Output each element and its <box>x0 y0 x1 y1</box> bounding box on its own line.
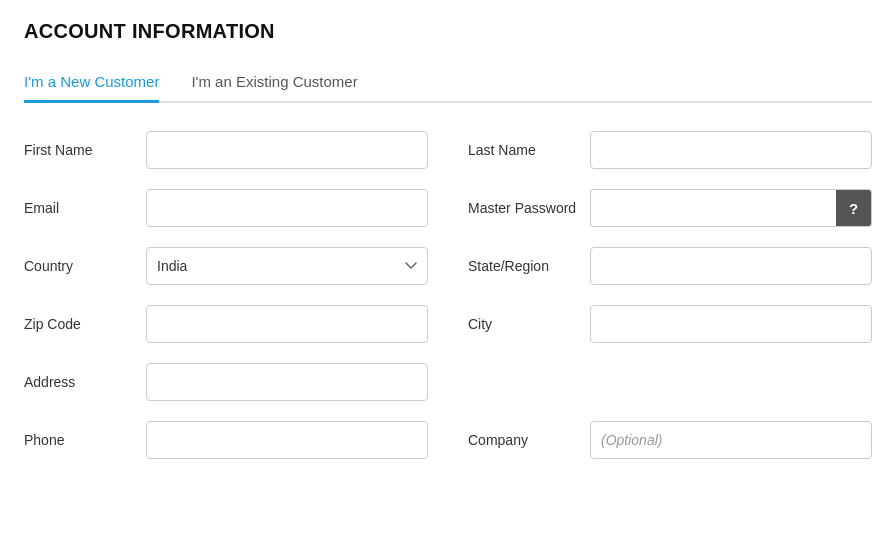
city-label: City <box>468 316 578 332</box>
first-name-row: First Name <box>24 131 428 169</box>
first-name-input[interactable] <box>146 131 428 169</box>
help-icon: ? <box>849 200 858 217</box>
city-row: City <box>468 305 872 343</box>
email-label: Email <box>24 200 134 216</box>
phone-row: Phone <box>24 421 428 459</box>
zip-code-label: Zip Code <box>24 316 134 332</box>
city-input[interactable] <box>590 305 872 343</box>
zip-code-row: Zip Code <box>24 305 428 343</box>
company-input[interactable] <box>590 421 872 459</box>
country-label: Country <box>24 258 134 274</box>
state-region-input[interactable] <box>590 247 872 285</box>
master-password-field-group: ? <box>590 189 872 227</box>
first-name-label: First Name <box>24 142 134 158</box>
country-select[interactable]: India United States United Kingdom Canad… <box>146 247 428 285</box>
address-row-empty <box>468 363 872 401</box>
address-row: Address <box>24 363 428 401</box>
phone-input[interactable] <box>146 421 428 459</box>
email-input[interactable] <box>146 189 428 227</box>
master-password-input[interactable] <box>590 189 836 227</box>
last-name-label: Last Name <box>468 142 578 158</box>
phone-label: Phone <box>24 432 134 448</box>
master-password-label: Master Password <box>468 200 578 216</box>
last-name-input[interactable] <box>590 131 872 169</box>
address-input[interactable] <box>146 363 428 401</box>
account-form: First Name Last Name Email Master Passwo… <box>24 131 872 459</box>
page-title: ACCOUNT INFORMATION <box>24 20 872 43</box>
zip-code-input[interactable] <box>146 305 428 343</box>
address-label: Address <box>24 374 134 390</box>
last-name-row: Last Name <box>468 131 872 169</box>
tab-new-customer[interactable]: I'm a New Customer <box>24 63 159 103</box>
state-region-row: State/Region <box>468 247 872 285</box>
email-row: Email <box>24 189 428 227</box>
state-region-label: State/Region <box>468 258 578 274</box>
tabs-container: I'm a New Customer I'm an Existing Custo… <box>24 63 872 103</box>
master-password-help-button[interactable]: ? <box>836 189 872 227</box>
company-label: Company <box>468 432 578 448</box>
master-password-row: Master Password ? <box>468 189 872 227</box>
company-row: Company <box>468 421 872 459</box>
country-row: Country India United States United Kingd… <box>24 247 428 285</box>
tab-existing-customer[interactable]: I'm an Existing Customer <box>191 63 357 103</box>
